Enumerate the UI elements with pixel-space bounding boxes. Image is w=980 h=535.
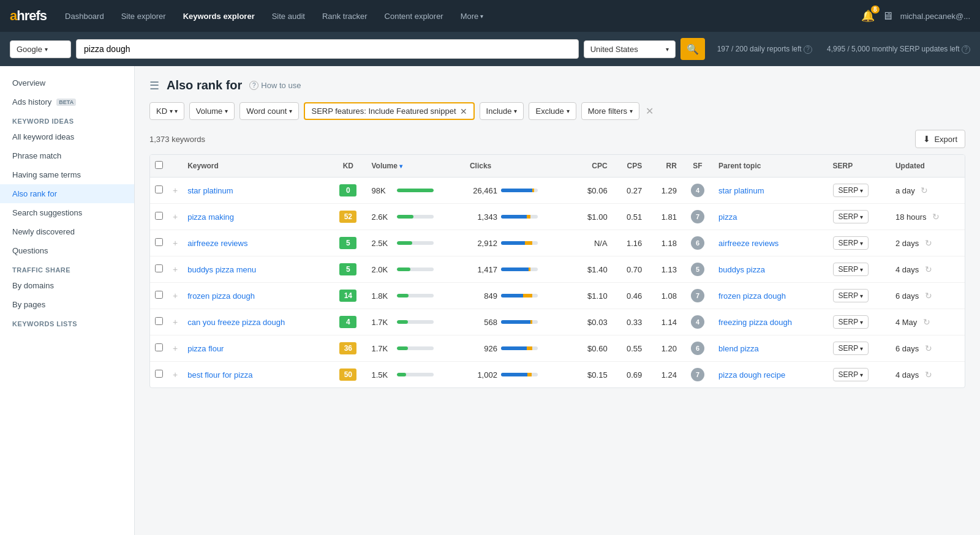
select-all-checkbox[interactable] <box>155 161 163 169</box>
serp-button[interactable]: SERP ▾ <box>833 236 869 250</box>
parent-topic-link[interactable]: star platinum <box>718 186 764 195</box>
row-checkbox[interactable] <box>155 291 163 299</box>
parent-topic-link[interactable]: pizza dough recipe <box>718 370 785 380</box>
volume-filter[interactable]: Volume ▾ <box>189 102 235 120</box>
refresh-icon[interactable]: ↻ <box>925 370 932 380</box>
nav-rank-tracker[interactable]: Rank tracker <box>316 8 374 24</box>
exclude-filter[interactable]: Exclude ▾ <box>529 102 576 120</box>
add-row-icon[interactable]: + <box>173 370 178 380</box>
export-button[interactable]: ⬇ Export <box>915 130 965 148</box>
clear-filters-icon[interactable]: ✕ <box>646 105 654 117</box>
more-filters[interactable]: More filters ▾ <box>581 102 639 120</box>
sidebar-item-search-suggestions[interactable]: Search suggestions <box>0 203 134 222</box>
nav-keywords-explorer[interactable]: Keywords explorer <box>177 8 261 24</box>
th-rr[interactable]: RR <box>647 155 682 178</box>
keyword-link[interactable]: buddys pizza menu <box>187 265 256 274</box>
serp-button[interactable]: SERP ▾ <box>833 289 869 302</box>
row-checkbox[interactable] <box>155 264 163 272</box>
keyword-link[interactable]: best flour for pizza <box>187 370 252 380</box>
sidebar-item-newly-discovered[interactable]: Newly discovered <box>0 222 134 241</box>
row-checkbox[interactable] <box>155 238 163 246</box>
keyword-link[interactable]: frozen pizza dough <box>187 291 255 301</box>
row-checkbox[interactable] <box>155 185 163 193</box>
add-row-icon[interactable]: + <box>173 343 178 353</box>
serp-button[interactable]: SERP ▾ <box>833 263 869 276</box>
th-serp[interactable]: SERP <box>828 155 891 178</box>
keyword-link[interactable]: pizza making <box>187 212 234 222</box>
sidebar-item-questions[interactable]: Questions <box>0 241 134 260</box>
row-checkbox[interactable] <box>155 343 163 351</box>
nav-content-explorer[interactable]: Content explorer <box>379 8 450 24</box>
engine-select[interactable]: Google ▾ <box>10 40 71 58</box>
th-sf[interactable]: SF <box>682 155 714 178</box>
nav-site-explorer[interactable]: Site explorer <box>115 8 172 24</box>
parent-topic-link[interactable]: frozen pizza dough <box>718 291 786 301</box>
user-email[interactable]: michal.pecanek@... <box>900 12 970 21</box>
refresh-icon[interactable]: ↻ <box>925 343 932 353</box>
sidebar-item-overview[interactable]: Overview <box>0 73 134 92</box>
search-button[interactable]: 🔍 <box>680 38 705 60</box>
kd-filter[interactable]: KD ▾ <box>149 102 184 120</box>
row-checkbox[interactable] <box>155 317 163 325</box>
sidebar-item-by-pages[interactable]: By pages <box>0 295 134 314</box>
sidebar-item-also-rank-for[interactable]: Also rank for <box>0 184 134 203</box>
th-kd[interactable]: KD <box>330 155 366 178</box>
refresh-icon[interactable]: ↻ <box>921 185 928 195</box>
refresh-icon[interactable]: ↻ <box>923 317 930 327</box>
logo[interactable]: ahrefs <box>10 8 47 24</box>
keyword-link[interactable]: can you freeze pizza dough <box>187 318 285 327</box>
add-row-icon[interactable]: + <box>173 291 178 301</box>
serp-button[interactable]: SERP ▾ <box>833 342 869 355</box>
include-filter[interactable]: Include ▾ <box>480 102 524 120</box>
th-parent-topic[interactable]: Parent topic <box>714 155 827 178</box>
serp-button[interactable]: SERP ▾ <box>833 315 869 329</box>
search-input[interactable] <box>77 40 578 58</box>
add-row-icon[interactable]: + <box>173 238 178 248</box>
daily-help-icon[interactable]: ? <box>804 45 812 54</box>
th-volume[interactable]: Volume ▾ <box>367 155 465 178</box>
nav-more[interactable]: More ▾ <box>454 8 490 24</box>
hamburger-icon[interactable]: ☰ <box>149 79 159 92</box>
add-row-icon[interactable]: + <box>173 317 178 327</box>
refresh-icon[interactable]: ↻ <box>925 264 932 274</box>
add-row-icon[interactable]: + <box>173 212 178 222</box>
sidebar-item-all-keyword-ideas[interactable]: All keyword ideas <box>0 127 134 146</box>
sidebar-item-ads-history[interactable]: Ads history BETA <box>0 92 134 111</box>
country-select[interactable]: United States ▾ <box>584 40 676 58</box>
keyword-link[interactable]: star platinum <box>187 186 233 195</box>
nav-site-audit[interactable]: Site audit <box>266 8 311 24</box>
parent-topic-link[interactable]: airfreeze reviews <box>718 239 778 248</box>
row-checkbox[interactable] <box>155 370 163 378</box>
parent-topic-link[interactable]: blend pizza <box>718 344 759 353</box>
add-row-icon[interactable]: + <box>173 185 178 195</box>
th-cpc[interactable]: CPC <box>571 155 612 178</box>
td-rr: 1.13 <box>647 256 682 283</box>
sidebar-item-phrase-match[interactable]: Phrase match <box>0 146 134 165</box>
th-keyword[interactable]: Keyword <box>183 155 330 178</box>
sidebar-item-having-same-terms[interactable]: Having same terms <box>0 165 134 184</box>
th-cps[interactable]: CPS <box>612 155 647 178</box>
row-checkbox[interactable] <box>155 212 163 220</box>
add-row-icon[interactable]: + <box>173 264 178 274</box>
th-clicks[interactable]: Clicks <box>465 155 571 178</box>
serp-filter-close[interactable]: ✕ <box>460 107 467 116</box>
sidebar-item-by-domains[interactable]: By domains <box>0 276 134 295</box>
notifications-button[interactable]: 🔔 8 <box>861 9 875 23</box>
serp-button[interactable]: SERP ▾ <box>833 184 869 197</box>
th-updated[interactable]: Updated <box>891 155 965 178</box>
monthly-help-icon[interactable]: ? <box>962 45 970 54</box>
serp-button[interactable]: SERP ▾ <box>833 368 869 381</box>
refresh-icon[interactable]: ↻ <box>925 291 932 301</box>
parent-topic-link[interactable]: freezing pizza dough <box>718 318 792 327</box>
monitor-icon[interactable]: 🖥 <box>882 10 893 23</box>
serp-button[interactable]: SERP ▾ <box>833 210 869 223</box>
keyword-link[interactable]: airfreeze reviews <box>187 239 247 248</box>
word-count-filter[interactable]: Word count ▾ <box>239 102 299 120</box>
refresh-icon[interactable]: ↻ <box>925 238 932 248</box>
keyword-link[interactable]: pizza flour <box>187 344 224 353</box>
nav-dashboard[interactable]: Dashboard <box>59 8 110 24</box>
parent-topic-link[interactable]: buddys pizza <box>718 265 765 274</box>
parent-topic-link[interactable]: pizza <box>718 212 737 222</box>
refresh-icon[interactable]: ↻ <box>932 212 940 222</box>
how-to-use-link[interactable]: ? How to use <box>249 81 301 90</box>
